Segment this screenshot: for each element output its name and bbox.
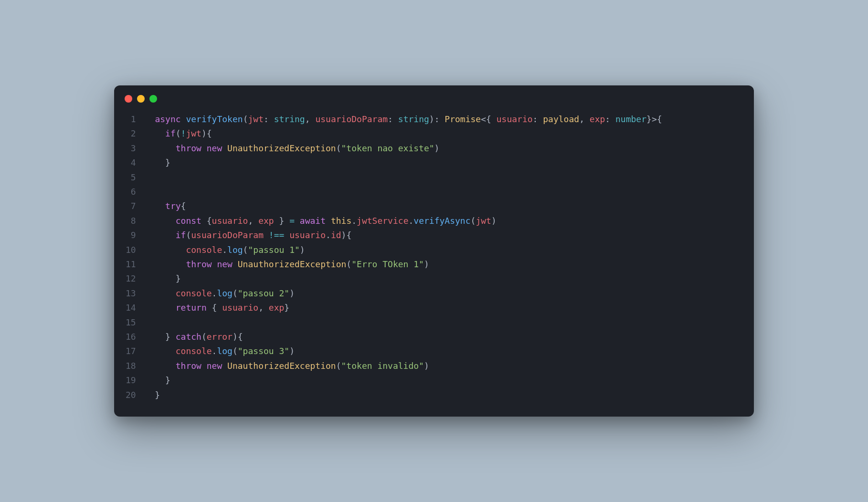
line-number: 10 [126,243,136,257]
code-line[interactable]: const {usuario, exp } = await this.jwtSe… [145,214,740,228]
line-number-gutter: 1234567891011121314151617181920 [114,112,145,402]
line-number: 14 [126,301,136,315]
line-number: 2 [126,126,136,141]
code-line[interactable] [145,315,740,330]
code-line[interactable]: console.log("passou 3") [145,344,740,358]
line-number: 8 [126,214,136,228]
code-content[interactable]: async verifyToken(jwt: string, usuarioDo… [145,112,754,402]
code-line[interactable]: async verifyToken(jwt: string, usuarioDo… [145,112,740,126]
code-line[interactable]: throw new UnauthorizedException("token i… [145,359,740,373]
code-line[interactable]: } [145,272,740,286]
line-number: 12 [126,272,136,286]
minimize-dot-icon[interactable] [137,95,145,103]
code-line[interactable]: } [145,388,740,402]
line-number: 18 [126,359,136,373]
line-number: 9 [126,228,136,242]
line-number: 16 [126,330,136,344]
zoom-dot-icon[interactable] [149,95,157,103]
line-number: 15 [126,315,136,330]
editor-window: 1234567891011121314151617181920 async ve… [114,85,754,417]
line-number: 19 [126,373,136,387]
code-line[interactable]: throw new UnauthorizedException("Erro TO… [145,257,740,272]
titlebar [114,85,754,106]
code-line[interactable]: } [145,156,740,170]
code-line[interactable] [145,170,740,185]
code-line[interactable]: } catch(error){ [145,330,740,344]
code-line[interactable]: console.log("passou 1") [145,243,740,257]
code-line[interactable]: if(usuarioDoParam !== usuario.id){ [145,228,740,242]
code-line[interactable]: if(!jwt){ [145,126,740,141]
line-number: 7 [126,199,136,213]
code-line[interactable] [145,185,740,199]
close-dot-icon[interactable] [125,95,132,103]
line-number: 13 [126,286,136,301]
code-line[interactable]: throw new UnauthorizedException("token n… [145,141,740,156]
code-line[interactable]: } [145,373,740,387]
line-number: 6 [126,185,136,199]
code-line[interactable]: console.log("passou 2") [145,286,740,301]
line-number: 11 [126,257,136,272]
line-number: 1 [126,112,136,126]
code-area[interactable]: 1234567891011121314151617181920 async ve… [114,106,754,417]
line-number: 5 [126,170,136,185]
line-number: 17 [126,344,136,358]
code-line[interactable]: return { usuario, exp} [145,301,740,315]
code-line[interactable]: try{ [145,199,740,213]
line-number: 20 [126,388,136,402]
line-number: 3 [126,141,136,156]
line-number: 4 [126,156,136,170]
